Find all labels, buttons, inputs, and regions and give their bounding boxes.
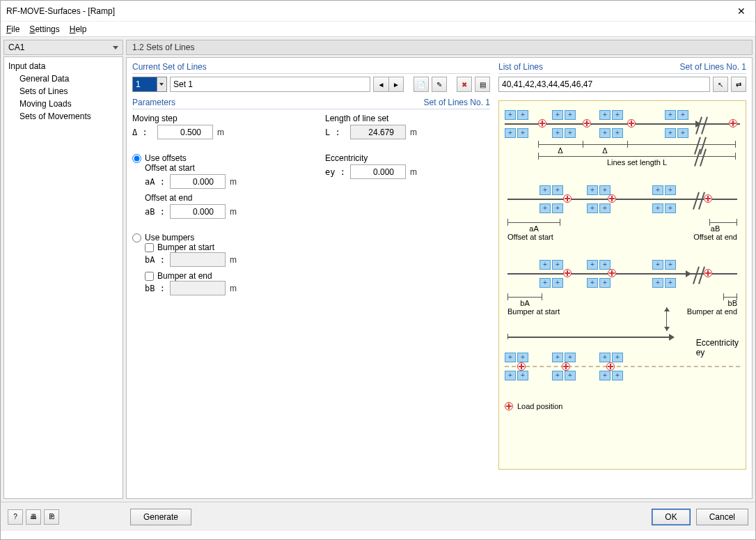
use-offsets-radio[interactable]: Use offsets bbox=[132, 153, 297, 163]
lines-input[interactable] bbox=[498, 77, 710, 92]
export-button[interactable]: 🖹 bbox=[44, 509, 59, 525]
window-title: RF-MOVE-Surfaces - [Ramp] bbox=[6, 6, 733, 16]
tree-item-sets-lines[interactable]: Sets of Lines bbox=[4, 85, 123, 98]
pick-lines-button[interactable]: ↖ bbox=[713, 77, 728, 92]
set-name-input[interactable] bbox=[170, 77, 370, 92]
delete-set-button[interactable]: ✖ bbox=[457, 77, 472, 92]
length-input bbox=[350, 125, 406, 139]
set-number-combo[interactable]: 1 bbox=[132, 77, 167, 92]
moving-step-sym: Δ : bbox=[132, 128, 153, 137]
close-icon[interactable]: ✕ bbox=[733, 6, 750, 17]
legend-label: Load position bbox=[517, 402, 562, 410]
offset-start-label: Offset at start bbox=[145, 163, 297, 173]
bumper-start-input bbox=[170, 252, 226, 267]
menu-file[interactable]: File bbox=[6, 24, 19, 34]
use-bumpers-radio[interactable]: Use bumpers bbox=[132, 233, 297, 242]
case-combo[interactable]: CA1 bbox=[3, 40, 123, 55]
offset-end-input[interactable] bbox=[170, 204, 226, 219]
offset-end-label: Offset at end bbox=[145, 193, 297, 203]
parameters-title: Parameters bbox=[132, 98, 175, 107]
page-title: 1.2 Sets of Lines bbox=[126, 40, 753, 55]
nav-tree: Input data General Data Sets of Lines Mo… bbox=[3, 56, 123, 499]
generate-button[interactable]: Generate bbox=[130, 509, 191, 525]
next-set-button[interactable]: ► bbox=[388, 77, 404, 92]
tree-item-general[interactable]: General Data bbox=[4, 72, 123, 85]
menu-help[interactable]: Help bbox=[70, 24, 87, 34]
listlines-title: List of Lines bbox=[498, 62, 543, 72]
bumper-end-check[interactable]: Bumper at end bbox=[145, 271, 297, 281]
parameters-badge: Set of Lines No. 1 bbox=[424, 98, 490, 107]
currentset-title: Current Set of Lines bbox=[132, 62, 207, 72]
length-label: Length of line set bbox=[325, 114, 490, 123]
tree-item-sets-movements[interactable]: Sets of Movements bbox=[4, 110, 123, 123]
load-position-icon bbox=[505, 402, 513, 410]
swap-lines-button[interactable]: ⇄ bbox=[731, 77, 746, 92]
print-button[interactable]: 🖶 bbox=[26, 509, 41, 525]
prev-set-button[interactable]: ◄ bbox=[373, 77, 388, 92]
cancel-button[interactable]: Cancel bbox=[696, 509, 748, 525]
rename-set-button[interactable]: ✎ bbox=[432, 77, 447, 92]
tree-item-moving-loads[interactable]: Moving Loads bbox=[4, 98, 123, 110]
new-set-button[interactable]: 📄 bbox=[414, 77, 429, 92]
menu-settings[interactable]: Settings bbox=[29, 24, 59, 34]
ecc-input[interactable] bbox=[350, 164, 406, 179]
schematic-diagram: Δ Δ Lines set length L bbox=[498, 100, 746, 470]
moving-step-input[interactable] bbox=[157, 125, 213, 139]
bumper-start-check[interactable]: Bumper at start bbox=[145, 242, 297, 252]
apply-set-button[interactable]: ▤ bbox=[475, 77, 490, 92]
tree-root[interactable]: Input data bbox=[4, 60, 123, 72]
bumper-end-input bbox=[170, 281, 226, 295]
listlines-badge: Set of Lines No. 1 bbox=[680, 62, 746, 72]
ecc-label: Eccentricity bbox=[325, 153, 490, 163]
moving-step-label: Moving step bbox=[132, 114, 297, 123]
help-button[interactable]: ? bbox=[8, 509, 23, 525]
offset-start-input[interactable] bbox=[170, 174, 226, 189]
ok-button[interactable]: OK bbox=[652, 509, 690, 525]
